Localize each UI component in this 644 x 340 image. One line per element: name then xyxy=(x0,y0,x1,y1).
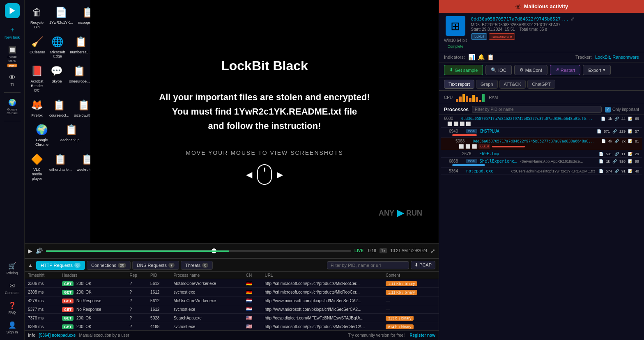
tracker-links[interactable]: LockBit, Ransomware xyxy=(595,55,639,60)
video-controls: ▶ 🔊 LIVE -0:18 1x 10:21 AM 1/29/2024 ⤢ xyxy=(25,243,439,258)
ms-edge-icon[interactable]: 🌐 Microsoft Edge xyxy=(48,33,67,61)
proc-item-5364[interactable]: 5364 notepad.exe C:\Users\admin\Desktop\… xyxy=(441,168,642,175)
tab-threats[interactable]: Threats 0 xyxy=(181,261,213,270)
process-filter-input[interactable] xyxy=(472,106,602,113)
windows-icon: ⊞ xyxy=(446,16,465,36)
status-text: 200: OK xyxy=(76,324,92,329)
processes-header: Processes Only important xyxy=(439,104,644,115)
sidebar-item-pricing[interactable]: 🛒 Pricing xyxy=(2,260,22,278)
arrow-right-btn[interactable]: ▶ xyxy=(277,170,283,179)
sidebar-item-chrome[interactable]: 🌍 Google Chrome xyxy=(2,96,22,117)
restart-button[interactable]: ↺ Restart xyxy=(550,65,580,75)
table-row[interactable]: 7376 ms GET 200: OK ? 5028 SearchApp.exe… xyxy=(25,314,439,322)
proc-item-5068[interactable]: 5068 0dd36a058705717a7d84622f9745b85277c… xyxy=(441,138,642,150)
tab-chatgpt[interactable]: ChatGPT xyxy=(527,80,555,89)
oneeurope-icon[interactable]: 📋 oneeurope... xyxy=(67,62,90,94)
tab-dns-requests[interactable]: DNS Requests 7 xyxy=(132,261,179,270)
alert-indicator-icon[interactable]: 🔔 xyxy=(478,54,485,60)
ioc-button[interactable]: 🔍 IOC xyxy=(485,65,512,75)
cpu-ram-area: CPU RAM xyxy=(439,91,644,104)
cell-cn: 🇺🇸 xyxy=(243,314,262,322)
weekrefere-icon[interactable]: 📋 weekrefere... xyxy=(75,150,90,182)
numbersau-label: numbersau... xyxy=(70,50,90,55)
eithercharle-icon[interactable]: 📋 eithercharle... xyxy=(48,150,74,182)
acrobat-icon[interactable]: 📕 Acrobat Reader DC xyxy=(28,62,46,94)
expand-button[interactable]: ⤢ xyxy=(430,248,435,254)
tab-graph[interactable]: Graph xyxy=(476,80,498,89)
sidebar-item-ti[interactable]: 👁 TI xyxy=(2,71,22,89)
status-text: Manual execution by a user xyxy=(79,333,129,338)
expand-hash-button[interactable]: ⤢ xyxy=(570,16,575,22)
cell-content: 1.11 Kb ↓ binary xyxy=(382,288,439,296)
sidebar-item-signin[interactable]: 👤 Sign In xyxy=(2,319,22,337)
malconf-button[interactable]: ⚙ MalConf xyxy=(514,65,547,75)
vlc-icon[interactable]: 🔶 VLC media player xyxy=(28,150,46,182)
ransomware-badge: ransomware xyxy=(489,33,515,40)
table-row[interactable]: 4278 ms GET No Response ? 5612 MoUsoCore… xyxy=(25,296,439,305)
filter-input[interactable] xyxy=(327,261,409,269)
restart-label: Restart xyxy=(561,68,575,73)
logo[interactable] xyxy=(5,3,20,18)
icon-row-3: 📕 Acrobat Reader DC 💬 Skype 📋 oneeurope.… xyxy=(28,62,87,94)
sidebar-item-public-tasks[interactable]: 🔲 Public tasks soon xyxy=(2,44,22,70)
table-row[interactable]: 5377 ms GET No Response ? 1612 svchost.e… xyxy=(25,305,439,314)
copy-indicator-icon[interactable]: 📋 xyxy=(487,54,494,60)
only-important-toggle[interactable]: Only important xyxy=(605,107,639,113)
reg-icon: 📝 xyxy=(628,169,632,173)
only-important-checkbox[interactable] xyxy=(605,107,611,113)
firefox-icon[interactable]: 🦊 Firefox xyxy=(28,96,46,119)
proc-row-2676: 2676 E69E.tmp 📄531 🔗11 📝29 xyxy=(462,152,639,156)
proc-item-6600[interactable]: 6600 0dd36a058705717a7d84622f9745b85277c… xyxy=(441,115,642,128)
divider2 xyxy=(4,121,21,121)
proc-metrics-5068: 📄4k 🔗2k 📝81 xyxy=(601,139,639,143)
proc-item-2676[interactable]: 2676 E69E.tmp 📄531 🔗11 📝29 xyxy=(441,150,642,158)
tab-connections[interactable]: Connections 20 xyxy=(87,261,131,270)
proc-metrics-5364: 📄574 🔗91 📝48 xyxy=(599,169,639,173)
google-chrome-desktop-icon[interactable]: 🌍 Google Chrome xyxy=(28,121,56,149)
play-button[interactable]: ▶ xyxy=(28,248,32,254)
1ywR2c1YK-icon[interactable]: 📄 1YwR2c1YK... xyxy=(48,3,75,31)
malconf-label: MalConf xyxy=(525,68,542,73)
ccleaner-icon[interactable]: 🧹 CCleaner xyxy=(28,33,47,61)
proc-item-6868[interactable]: 6868 COM ShellExperienceHost.exe -Server… xyxy=(441,158,642,168)
speed-label[interactable]: 1x xyxy=(380,248,387,253)
sidebar-item-new-task[interactable]: ＋ New task xyxy=(2,23,22,42)
progress-bar[interactable] xyxy=(46,250,351,252)
ccleaner-label: CCleaner xyxy=(30,50,45,55)
cell-pid: 5028 xyxy=(147,314,170,322)
table-row[interactable]: 2306 ms GET 200: OK ? 5612 MoUsoCoreWork… xyxy=(25,279,439,288)
desktop-icons-panel: 🗑 Recycle Bin 📄 1YwR2c1YK... 📋 niceopen.… xyxy=(25,0,90,243)
status-text: 200: OK xyxy=(76,281,92,286)
arrow-left-btn[interactable]: ◀ xyxy=(246,170,252,179)
volume-button[interactable]: 🔊 xyxy=(36,248,43,254)
anyrun-play-icon: ▶ xyxy=(397,208,404,218)
tab-http-requests[interactable]: HTTP Requests 6 xyxy=(36,261,85,270)
table-row[interactable]: 8396 ms GET 200: OK ? 4188 svchost.exe 🇺… xyxy=(25,322,439,331)
proc-row-6940: 6940 COM CMSTPLUA 📄871 🔗229 📝57 xyxy=(449,129,639,133)
right-panel: ☣ Malicious activity ⊞ Win10 64 bit Comp… xyxy=(439,0,644,340)
oneeurope-label: oneeurope... xyxy=(69,79,90,84)
pcap-button[interactable]: ⬇ PCAP xyxy=(411,261,435,269)
eachdark-icon[interactable]: 📋 eachdark.jp... xyxy=(58,121,85,149)
graph-indicator-icon[interactable]: 📊 xyxy=(468,54,475,60)
courseioct-icon[interactable]: 📋 courseioct... xyxy=(48,96,71,119)
method-badge: GET xyxy=(62,307,74,312)
sidebar-item-faq[interactable]: ❓ FAQ xyxy=(2,299,22,317)
skype-icon[interactable]: 💬 Skype xyxy=(48,62,66,94)
get-sample-button[interactable]: ⬇ Get sample xyxy=(444,65,483,75)
proc-item-6940[interactable]: 6940 COM CMSTPLUA 📄871 🔗229 📝57 xyxy=(441,128,642,138)
recycle-bin-icon[interactable]: 🗑 Recycle Bin xyxy=(28,3,46,31)
sidebar-item-contacts[interactable]: ✉ Contacts xyxy=(2,279,22,297)
niceopen-icon[interactable]: 📋 niceopen.r... xyxy=(76,3,90,31)
export-button[interactable]: Export ▾ xyxy=(583,65,611,75)
collapse-button[interactable]: ▲ xyxy=(28,262,33,268)
sizelow-icon[interactable]: 📋 sizelow.rtf... xyxy=(73,96,90,119)
proc-metrics-6868: 📄1k 🔗926 📝99 xyxy=(599,159,639,163)
cell-pid: 5612 xyxy=(147,296,170,305)
tab-attck[interactable]: ATT&CK xyxy=(499,80,526,89)
tab-text-report[interactable]: Text report xyxy=(444,80,474,89)
register-button[interactable]: Register now xyxy=(409,333,435,338)
numbersau-icon[interactable]: 📋 numbersau... xyxy=(69,33,90,61)
table-row[interactable]: 2308 ms GET 200: OK ? 1612 svchost.exe 🇩… xyxy=(25,288,439,296)
ransomware-screen: LockBit Black All your important files a… xyxy=(90,0,439,243)
